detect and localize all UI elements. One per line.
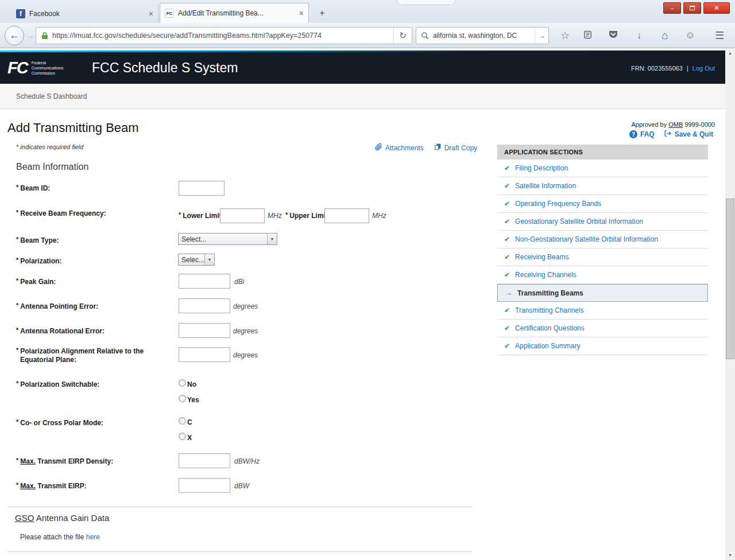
sidebar-link[interactable]: Satellite Information bbox=[515, 182, 576, 190]
address-bar[interactable]: https://lmuat.fcc.gov/schedules/secure/a… bbox=[36, 27, 412, 44]
switchable-yes-radio[interactable] bbox=[179, 395, 186, 402]
minimize-icon: – bbox=[670, 5, 674, 11]
forward-button[interactable]: → bbox=[25, 30, 36, 41]
label-text: Lower Limit: bbox=[183, 212, 223, 220]
sidebar-link[interactable]: Transmitting Channels bbox=[515, 306, 584, 314]
sidebar-link[interactable]: Application Summary bbox=[515, 342, 580, 350]
sidebar-item-operating-frequency-bands[interactable]: ✔ Operating Frequency Bands bbox=[497, 195, 708, 213]
tab-add-edit-transmitting-beams[interactable]: FC Add/Edit Transmitting Bea... × bbox=[160, 3, 309, 23]
draft-copy-link[interactable]: Draft Copy bbox=[434, 143, 477, 153]
plus-icon: + bbox=[319, 8, 324, 18]
sidebar-link[interactable]: Operating Frequency Bands bbox=[515, 200, 601, 208]
chevron-down-icon: ▼ bbox=[204, 254, 214, 265]
attachments-link[interactable]: Attachments bbox=[375, 143, 424, 153]
bookmark-star-button[interactable]: ☆ bbox=[558, 28, 572, 43]
maximize-button[interactable] bbox=[683, 2, 701, 14]
upper-limit-input[interactable] bbox=[324, 208, 369, 223]
chevron-down-icon: ▼ bbox=[267, 234, 277, 244]
sidebar-link[interactable]: Certification Questions bbox=[515, 324, 585, 332]
antenna-pointing-error-input[interactable] bbox=[179, 298, 230, 313]
polar-mode-x-radio[interactable] bbox=[179, 433, 186, 440]
required-marker: * bbox=[16, 184, 18, 190]
url-text: https://lmuat.fcc.gov/schedules/secure/a… bbox=[52, 32, 393, 40]
max-transmit-eirp-density-input[interactable] bbox=[179, 453, 230, 468]
attach-here-link[interactable]: here bbox=[86, 533, 100, 541]
required-marker: * bbox=[285, 211, 288, 218]
search-go-button[interactable]: → bbox=[535, 28, 548, 44]
reload-button[interactable]: ↻ bbox=[393, 28, 412, 44]
scroll-down-button[interactable]: ▼ bbox=[725, 550, 735, 560]
peak-gain-input[interactable] bbox=[179, 274, 230, 289]
scroll-up-button[interactable]: ▲ bbox=[725, 48, 735, 58]
check-icon: ✔ bbox=[504, 324, 510, 332]
background-window-edge bbox=[396, 0, 456, 5]
new-tab-button[interactable]: + bbox=[315, 6, 330, 20]
label-text: Polarization Switchable: bbox=[20, 380, 99, 388]
max-abbr: Max. bbox=[20, 482, 36, 490]
hello-button[interactable]: ☺ bbox=[683, 28, 698, 43]
polar-mode-c-radio[interactable] bbox=[179, 417, 186, 425]
sidebar-link[interactable]: Non-Geostationary Satellite Orbital Info… bbox=[515, 235, 658, 243]
mhz-unit: MHz bbox=[268, 212, 282, 220]
sidebar-item-application-summary[interactable]: ✔ Application Summary bbox=[497, 337, 708, 355]
save-quit-link[interactable]: Save & Quit bbox=[664, 130, 713, 139]
search-bar[interactable]: alifornia st, washington, DC → bbox=[416, 27, 549, 44]
max-transmit-eirp-label: *Max. Transmit EIRP: bbox=[16, 482, 87, 491]
sidebar-link[interactable]: Receiving Channels bbox=[515, 271, 577, 279]
minimize-button[interactable]: – bbox=[663, 2, 681, 14]
tab-close-icon[interactable]: × bbox=[149, 9, 153, 18]
degrees-unit: degrees bbox=[233, 351, 258, 359]
sidebar-link[interactable]: Geostationary Satellite Orbital Informat… bbox=[515, 217, 643, 225]
polarization-alignment-input[interactable] bbox=[179, 347, 230, 362]
faq-link[interactable]: ? FAQ bbox=[629, 130, 655, 138]
required-marker: * bbox=[16, 380, 18, 387]
select-value: Selec... bbox=[181, 256, 204, 264]
back-button[interactable]: ← bbox=[5, 26, 24, 45]
sidebar-item-satellite-information[interactable]: ✔ Satellite Information bbox=[497, 177, 708, 195]
lower-limit-input[interactable] bbox=[220, 208, 265, 223]
approved-prefix: Approved by bbox=[631, 121, 668, 128]
menu-button[interactable]: ☰ bbox=[712, 28, 727, 43]
scrollbar-thumb[interactable] bbox=[726, 199, 734, 359]
sidebar-item-transmitting-beams-current[interactable]: → Transmitting Beams bbox=[497, 284, 708, 302]
polarization-select[interactable]: Selec... ▼ bbox=[178, 254, 215, 266]
close-button[interactable]: ✕ bbox=[703, 2, 730, 14]
sidebar-link[interactable]: Receiving Beams bbox=[515, 253, 568, 261]
gso-antenna-gain-heading: GSO Antenna Gain Data bbox=[15, 513, 109, 523]
breadcrumb[interactable]: Schedule S Dashboard bbox=[16, 92, 87, 100]
pocket-button[interactable] bbox=[606, 28, 621, 43]
paperclip-icon bbox=[375, 143, 382, 153]
downloads-button[interactable]: ↓ bbox=[632, 28, 647, 43]
sidebar-item-non-geostationary-orbital-info[interactable]: ✔ Non-Geostationary Satellite Orbital In… bbox=[497, 231, 708, 248]
required-marker: * bbox=[16, 277, 18, 284]
sidebar-item-geostationary-orbital-info[interactable]: ✔ Geostationary Satellite Orbital Inform… bbox=[497, 213, 708, 231]
sidebar-link[interactable]: Filing Description bbox=[515, 164, 568, 172]
beam-type-select[interactable]: Select... ▼ bbox=[178, 233, 277, 245]
logout-link[interactable]: Log Out bbox=[693, 65, 715, 72]
required-marker: * bbox=[16, 418, 18, 425]
degrees-unit: degrees bbox=[233, 327, 258, 335]
sidebar-link[interactable]: Transmitting Beams bbox=[517, 289, 583, 297]
bookmarks-list-button[interactable] bbox=[580, 28, 595, 43]
required-marker: * bbox=[16, 209, 18, 216]
max-transmit-eirp-input[interactable] bbox=[179, 478, 230, 493]
page-viewport: FC Federal Communications Commission FCC… bbox=[0, 48, 725, 560]
sidebar-item-filing-description[interactable]: ✔ Filing Description bbox=[497, 160, 708, 177]
sidebar-item-receiving-channels[interactable]: ✔ Receiving Channels bbox=[497, 266, 708, 284]
receive-beam-frequency-label: *Receive Beam Frequency: bbox=[16, 209, 106, 218]
search-icon bbox=[421, 32, 429, 40]
sidebar-item-receiving-beams[interactable]: ✔ Receiving Beams bbox=[497, 248, 708, 266]
home-button[interactable]: ⌂ bbox=[657, 28, 672, 43]
sidebar-item-certification-questions[interactable]: ✔ Certification Questions bbox=[497, 320, 708, 337]
beam-id-input[interactable] bbox=[179, 181, 225, 196]
antenna-rotational-error-input[interactable] bbox=[179, 323, 230, 338]
navigation-toolbar: ← → https://lmuat.fcc.gov/schedules/secu… bbox=[0, 23, 735, 48]
tab-facebook[interactable]: f Facebook × bbox=[11, 5, 158, 23]
switchable-no-radio[interactable] bbox=[179, 379, 186, 387]
check-icon: ✔ bbox=[504, 342, 510, 350]
max-transmit-eirp-density-label: *Max. Transmit EIRP Density: bbox=[16, 457, 113, 466]
sidebar-item-transmitting-channels[interactable]: ✔ Transmitting Channels bbox=[497, 302, 708, 320]
page-scrollbar[interactable]: ▲ ▼ bbox=[725, 48, 735, 560]
tab-close-icon[interactable]: × bbox=[299, 9, 304, 18]
omb-approval: Approved by OMB 9999-0000 bbox=[631, 121, 715, 128]
